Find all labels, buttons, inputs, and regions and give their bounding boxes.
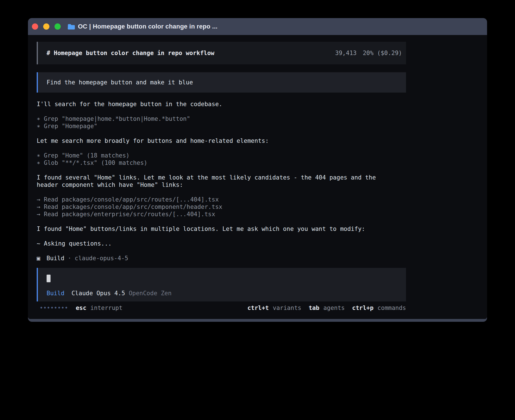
blank-line bbox=[37, 218, 406, 225]
token-count: 39,413 bbox=[335, 49, 357, 57]
spinner-dots: •••••••• bbox=[40, 304, 68, 312]
assistant-text-line: I'll search for the homepage button in t… bbox=[37, 100, 406, 108]
input-footer: Build Claude Opus 4.5 OpenCode Zen bbox=[47, 290, 406, 297]
ctrl-t-key-label: ctrl+t bbox=[247, 304, 269, 312]
agent-separator: · bbox=[68, 255, 71, 262]
folder-icon bbox=[67, 24, 75, 30]
assistant-text-line: I found "Home" buttons/links in multiple… bbox=[37, 225, 406, 233]
provider-indicator: OpenCode Zen bbox=[129, 290, 172, 297]
agent-name: Build bbox=[47, 255, 64, 262]
interrupt-label: interrupt bbox=[90, 304, 123, 312]
status-bar-right: ctrl+t variants tab agents ctrl+p comman… bbox=[247, 304, 406, 312]
tool-call-line: ∗ Grep "Home" (18 matches) bbox=[37, 152, 406, 159]
session-content: # Homepage button color change in repo w… bbox=[37, 42, 406, 301]
titlebar[interactable]: OC | Homepage button color change in rep… bbox=[28, 18, 487, 35]
agent-icon: ▣ bbox=[37, 255, 40, 262]
window-controls bbox=[32, 23, 61, 30]
user-message-text: Find the homepage button and make it blu… bbox=[47, 79, 193, 86]
assistant-text-line: header component which have "Home" links… bbox=[37, 181, 406, 189]
session-header: # Homepage button color change in repo w… bbox=[37, 42, 406, 64]
blank-line bbox=[37, 130, 406, 137]
session-meta: 39,413 20% ($0.29) bbox=[335, 49, 402, 57]
tool-call-line: → Read packages/console/app/src/routes/[… bbox=[37, 196, 406, 203]
commands-label: commands bbox=[377, 304, 406, 312]
user-message: Find the homepage button and make it blu… bbox=[37, 72, 406, 93]
text-cursor bbox=[47, 275, 51, 282]
hint-interrupt: esc interrupt bbox=[76, 304, 123, 312]
blank-line bbox=[37, 108, 406, 115]
agents-label: agents bbox=[323, 304, 345, 312]
agent-status-line: ▣ Build · claude-opus-4-5 bbox=[37, 255, 406, 262]
variants-label: variants bbox=[273, 304, 301, 312]
blank-line bbox=[37, 145, 406, 152]
mode-indicator: Build bbox=[47, 290, 64, 297]
zoom-button[interactable] bbox=[54, 23, 61, 30]
terminal-body[interactable]: # Homepage button color change in repo w… bbox=[28, 35, 487, 319]
ctrl-p-key-label: ctrl+p bbox=[352, 304, 374, 312]
esc-key-label: esc bbox=[76, 304, 86, 312]
blank-line bbox=[37, 189, 406, 196]
hint-variants: ctrl+t variants bbox=[247, 304, 301, 312]
minimize-button[interactable] bbox=[43, 23, 49, 30]
model-indicator: Claude Opus 4.5 bbox=[71, 290, 125, 297]
assistant-text-line: ~ Asking questions... bbox=[37, 240, 406, 247]
transcript: I'll search for the homepage button in t… bbox=[37, 100, 406, 247]
agent-model-name: claude-opus-4-5 bbox=[75, 255, 128, 262]
tool-call-line: → Read packages/enterprise/src/routes/[.… bbox=[37, 211, 406, 218]
status-bar: •••••••• esc interrupt ctrl+t variants t… bbox=[37, 304, 406, 312]
assistant-text-line: Let me search more broadly for buttons a… bbox=[37, 137, 406, 145]
hint-commands: ctrl+p commands bbox=[352, 304, 406, 312]
prompt-input[interactable]: Build Claude Opus 4.5 OpenCode Zen bbox=[37, 268, 406, 301]
window-title: OC | Homepage button color change in rep… bbox=[78, 23, 217, 30]
session-title: # Homepage button color change in repo w… bbox=[47, 49, 214, 57]
context-cost: 20% ($0.29) bbox=[363, 49, 402, 57]
tool-call-line: → Read packages/console/app/src/componen… bbox=[37, 203, 406, 211]
terminal-window: OC | Homepage button color change in rep… bbox=[28, 18, 487, 322]
tool-call-line: ∗ Grep "Homepage" bbox=[37, 123, 406, 130]
close-button[interactable] bbox=[32, 23, 38, 30]
tool-call-line: ∗ Grep "homepage|home.*button|Home.*butt… bbox=[37, 115, 406, 123]
status-bar-left: •••••••• esc interrupt bbox=[37, 304, 123, 312]
assistant-text-line: I found several "Home" links. Let me loo… bbox=[37, 174, 406, 181]
tab-key-label: tab bbox=[309, 304, 319, 312]
blank-line bbox=[37, 167, 406, 174]
hint-agents: tab agents bbox=[309, 304, 345, 312]
tool-call-line: ∗ Glob "**/*.tsx" (100 matches) bbox=[37, 159, 406, 167]
blank-line bbox=[37, 233, 406, 240]
